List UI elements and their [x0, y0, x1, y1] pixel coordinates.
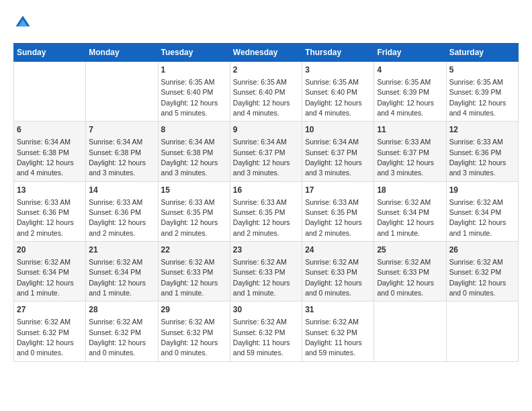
calendar-day-cell: 25Sunrise: 6:32 AMSunset: 6:33 PMDayligh… [374, 242, 446, 302]
day-detail: Sunrise: 6:35 AMSunset: 6:39 PMDaylight:… [449, 78, 506, 117]
day-detail: Sunrise: 6:33 AMSunset: 6:36 PMDaylight:… [89, 198, 146, 237]
weekday-header-row: SundayMondayTuesdayWednesdayThursdayFrid… [14, 44, 519, 62]
day-number: 11 [377, 124, 443, 136]
calendar-day-cell [446, 302, 518, 361]
calendar-day-cell: 1Sunrise: 6:35 AMSunset: 6:40 PMDaylight… [158, 62, 230, 122]
calendar-day-cell: 6Sunrise: 6:34 AMSunset: 6:38 PMDaylight… [14, 122, 86, 181]
day-number: 7 [89, 124, 154, 136]
day-detail: Sunrise: 6:35 AMSunset: 6:40 PMDaylight:… [233, 78, 290, 117]
day-number: 30 [233, 304, 299, 316]
calendar-week-row: 6Sunrise: 6:34 AMSunset: 6:38 PMDaylight… [14, 122, 519, 181]
day-number: 16 [233, 185, 299, 196]
calendar-day-cell: 22Sunrise: 6:32 AMSunset: 6:33 PMDayligh… [158, 242, 230, 302]
day-number: 21 [89, 244, 154, 256]
logo [13, 13, 35, 32]
calendar-day-cell: 5Sunrise: 6:35 AMSunset: 6:39 PMDaylight… [446, 62, 518, 122]
calendar-week-row: 27Sunrise: 6:32 AMSunset: 6:32 PMDayligh… [14, 302, 519, 361]
day-number: 27 [17, 304, 83, 316]
calendar-day-cell [14, 62, 86, 122]
day-number: 31 [305, 304, 371, 316]
day-detail: Sunrise: 6:33 AMSunset: 6:36 PMDaylight:… [17, 198, 74, 237]
day-detail: Sunrise: 6:33 AMSunset: 6:35 PMDaylight:… [161, 198, 218, 237]
weekday-header: Friday [374, 44, 446, 62]
calendar-day-cell: 21Sunrise: 6:32 AMSunset: 6:34 PMDayligh… [86, 242, 158, 302]
calendar-day-cell: 9Sunrise: 6:34 AMSunset: 6:37 PMDaylight… [230, 122, 302, 181]
logo-icon [13, 13, 32, 32]
calendar-week-row: 20Sunrise: 6:32 AMSunset: 6:34 PMDayligh… [14, 242, 519, 302]
calendar-day-cell: 29Sunrise: 6:32 AMSunset: 6:32 PMDayligh… [158, 302, 230, 361]
weekday-header: Monday [86, 44, 158, 62]
day-detail: Sunrise: 6:35 AMSunset: 6:40 PMDaylight:… [161, 78, 218, 117]
calendar-day-cell: 26Sunrise: 6:32 AMSunset: 6:32 PMDayligh… [446, 242, 518, 302]
day-detail: Sunrise: 6:32 AMSunset: 6:32 PMDaylight:… [89, 318, 146, 357]
day-number: 18 [377, 185, 443, 196]
calendar-day-cell: 20Sunrise: 6:32 AMSunset: 6:34 PMDayligh… [14, 242, 86, 302]
day-number: 15 [161, 185, 227, 196]
calendar-day-cell: 27Sunrise: 6:32 AMSunset: 6:32 PMDayligh… [14, 302, 86, 361]
weekday-header: Wednesday [230, 44, 302, 62]
weekday-header: Thursday [302, 44, 374, 62]
day-number: 19 [449, 185, 515, 196]
day-number: 22 [161, 244, 227, 256]
day-detail: Sunrise: 6:32 AMSunset: 6:32 PMDaylight:… [449, 258, 506, 297]
calendar-day-cell: 28Sunrise: 6:32 AMSunset: 6:32 PMDayligh… [86, 302, 158, 361]
day-number: 25 [377, 244, 443, 256]
calendar-day-cell: 16Sunrise: 6:33 AMSunset: 6:35 PMDayligh… [230, 181, 302, 241]
calendar-day-cell [374, 302, 446, 361]
day-detail: Sunrise: 6:33 AMSunset: 6:36 PMDaylight:… [449, 138, 506, 177]
day-detail: Sunrise: 6:34 AMSunset: 6:38 PMDaylight:… [161, 138, 218, 177]
day-detail: Sunrise: 6:35 AMSunset: 6:39 PMDaylight:… [377, 78, 434, 117]
day-number: 10 [305, 124, 371, 136]
calendar-day-cell: 4Sunrise: 6:35 AMSunset: 6:39 PMDaylight… [374, 62, 446, 122]
calendar-day-cell: 13Sunrise: 6:33 AMSunset: 6:36 PMDayligh… [14, 181, 86, 241]
weekday-header: Sunday [14, 44, 86, 62]
day-number: 26 [449, 244, 515, 256]
day-number: 9 [233, 124, 299, 136]
day-number: 5 [449, 64, 515, 76]
day-detail: Sunrise: 6:32 AMSunset: 6:32 PMDaylight:… [161, 318, 218, 357]
calendar-day-cell: 10Sunrise: 6:34 AMSunset: 6:37 PMDayligh… [302, 122, 374, 181]
day-number: 3 [305, 64, 371, 76]
day-number: 6 [17, 124, 83, 136]
weekday-header: Tuesday [158, 44, 230, 62]
day-number: 23 [233, 244, 299, 256]
day-detail: Sunrise: 6:33 AMSunset: 6:35 PMDaylight:… [233, 198, 290, 237]
day-detail: Sunrise: 6:32 AMSunset: 6:33 PMDaylight:… [233, 258, 290, 297]
calendar-day-cell: 14Sunrise: 6:33 AMSunset: 6:36 PMDayligh… [86, 181, 158, 241]
calendar-day-cell: 3Sunrise: 6:35 AMSunset: 6:40 PMDaylight… [302, 62, 374, 122]
day-detail: Sunrise: 6:32 AMSunset: 6:32 PMDaylight:… [17, 318, 74, 357]
calendar-day-cell: 30Sunrise: 6:32 AMSunset: 6:32 PMDayligh… [230, 302, 302, 361]
calendar-day-cell: 17Sunrise: 6:33 AMSunset: 6:35 PMDayligh… [302, 181, 374, 241]
day-detail: Sunrise: 6:33 AMSunset: 6:37 PMDaylight:… [377, 138, 434, 177]
day-number: 8 [161, 124, 227, 136]
day-detail: Sunrise: 6:34 AMSunset: 6:37 PMDaylight:… [233, 138, 290, 177]
day-number: 4 [377, 64, 443, 76]
day-detail: Sunrise: 6:32 AMSunset: 6:33 PMDaylight:… [305, 258, 362, 297]
day-number: 28 [89, 304, 154, 316]
day-detail: Sunrise: 6:32 AMSunset: 6:34 PMDaylight:… [449, 198, 506, 237]
weekday-header: Saturday [446, 44, 518, 62]
day-number: 29 [161, 304, 227, 316]
calendar-day-cell: 7Sunrise: 6:34 AMSunset: 6:38 PMDaylight… [86, 122, 158, 181]
calendar-week-row: 1Sunrise: 6:35 AMSunset: 6:40 PMDaylight… [14, 62, 519, 122]
calendar-day-cell: 31Sunrise: 6:32 AMSunset: 6:32 PMDayligh… [302, 302, 374, 361]
day-number: 20 [17, 244, 83, 256]
calendar-day-cell: 15Sunrise: 6:33 AMSunset: 6:35 PMDayligh… [158, 181, 230, 241]
calendar-day-cell: 2Sunrise: 6:35 AMSunset: 6:40 PMDaylight… [230, 62, 302, 122]
day-detail: Sunrise: 6:34 AMSunset: 6:38 PMDaylight:… [89, 138, 146, 177]
day-number: 2 [233, 64, 299, 76]
calendar-week-row: 13Sunrise: 6:33 AMSunset: 6:36 PMDayligh… [14, 181, 519, 241]
day-detail: Sunrise: 6:32 AMSunset: 6:32 PMDaylight:… [233, 318, 290, 357]
calendar-day-cell: 8Sunrise: 6:34 AMSunset: 6:38 PMDaylight… [158, 122, 230, 181]
calendar-day-cell: 11Sunrise: 6:33 AMSunset: 6:37 PMDayligh… [374, 122, 446, 181]
calendar-day-cell [86, 62, 158, 122]
page-header [13, 13, 519, 32]
calendar-day-cell: 12Sunrise: 6:33 AMSunset: 6:36 PMDayligh… [446, 122, 518, 181]
calendar-day-cell: 23Sunrise: 6:32 AMSunset: 6:33 PMDayligh… [230, 242, 302, 302]
calendar-day-cell: 19Sunrise: 6:32 AMSunset: 6:34 PMDayligh… [446, 181, 518, 241]
day-detail: Sunrise: 6:32 AMSunset: 6:34 PMDaylight:… [89, 258, 146, 297]
day-number: 17 [305, 185, 371, 196]
day-detail: Sunrise: 6:32 AMSunset: 6:34 PMDaylight:… [377, 198, 434, 237]
calendar-day-cell: 18Sunrise: 6:32 AMSunset: 6:34 PMDayligh… [374, 181, 446, 241]
day-detail: Sunrise: 6:32 AMSunset: 6:33 PMDaylight:… [377, 258, 434, 297]
